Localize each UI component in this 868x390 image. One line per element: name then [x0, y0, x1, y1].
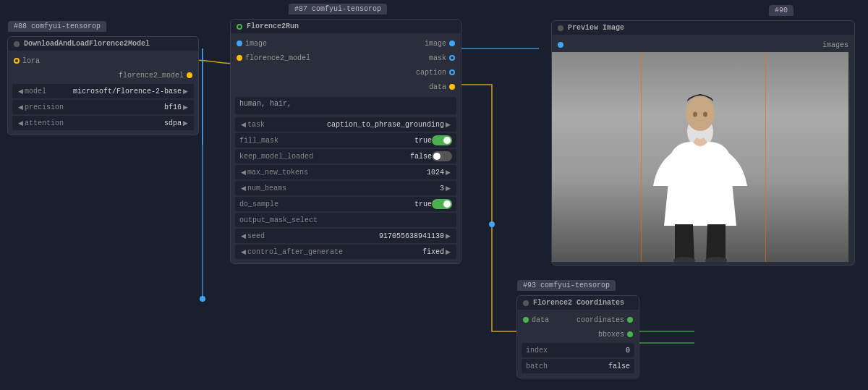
task-label: task [247, 121, 327, 129]
attention-widget[interactable]: ◀ attention sdpa ▶ [12, 116, 194, 130]
fill-mask-value: true [414, 137, 432, 145]
max-tokens-label: max_new_tokens [247, 169, 427, 177]
svg-point-1 [489, 221, 495, 227]
control-label: control_after_generate [247, 248, 422, 256]
node87-id: #87 comfyui-tensorop [294, 5, 381, 13]
lora-connector [14, 58, 20, 64]
node90-body: images [552, 35, 854, 265]
attention-left-arrow[interactable]: ◀ [17, 119, 25, 127]
max-new-tokens-widget[interactable]: ◀ max_new_tokens 1024 ▶ [235, 165, 456, 179]
precision-label: precision [25, 103, 164, 111]
node93-title: Florence2 Coordinates [533, 299, 624, 307]
node87-dot [237, 24, 242, 30]
node87-header: Florence2Run [231, 20, 461, 33]
precision-right-arrow[interactable]: ▶ [182, 103, 190, 111]
precision-left-arrow[interactable]: ◀ [17, 103, 25, 111]
seed-widget[interactable]: ◀ seed 917055638941130 ▶ [235, 229, 456, 243]
task-right-arrow[interactable]: ▶ [444, 121, 452, 128]
florence2model-out-label: florence2_model [119, 72, 184, 80]
model-label: model [25, 88, 73, 96]
image-out-label: image [425, 40, 446, 48]
preview-image [552, 52, 848, 262]
caption-out-label: caption [416, 69, 446, 77]
node90-id: #90 [775, 7, 788, 14]
data-out-label: data [429, 83, 446, 91]
node88-title: DownloadAndLoadFlorence2Model [24, 40, 150, 48]
node87-title: Florence2Run [247, 22, 299, 30]
data-in-connector [523, 317, 529, 323]
task-value: caption_to_phrase_grounding [327, 121, 444, 129]
keep-model-widget[interactable]: keep_model_loaded false [235, 149, 456, 164]
do-sample-toggle[interactable] [432, 199, 452, 209]
keep-model-toggle[interactable] [432, 151, 452, 161]
do-sample-value: true [414, 200, 432, 208]
seed-right-arrow[interactable]: ▶ [444, 232, 452, 239]
mask-label: mask [429, 54, 446, 62]
attention-label: attention [25, 119, 164, 127]
node88-body: lora florence2_model ◀ model microsoft/F… [8, 51, 198, 135]
lora-label: lora [22, 57, 40, 65]
seed-left-arrow[interactable]: ◀ [239, 232, 247, 239]
control-left-arrow[interactable]: ◀ [239, 248, 247, 255]
control-right-arrow[interactable]: ▶ [444, 248, 452, 255]
model-value: microsoft/Florence-2-base [73, 88, 182, 96]
node88-id: #88 comfyui-tensorop [14, 22, 101, 30]
download-node: #88 comfyui-tensorop DownloadAndLoadFlor… [7, 36, 199, 135]
node90-header: Preview Image [552, 21, 854, 35]
seed-label: seed [247, 232, 379, 240]
fill-mask-label: fill_mask [239, 137, 414, 145]
keep-model-label: keep_model_loaded [239, 153, 410, 161]
node93-dot [523, 300, 529, 306]
node93-body: data coordinates bboxes index 0 batch fa… [517, 310, 639, 378]
fill-mask-toggle[interactable] [432, 135, 452, 145]
max-tokens-left-arrow[interactable]: ◀ [239, 169, 247, 176]
image-in-connector [237, 41, 242, 46]
caption-row: caption [231, 65, 461, 80]
num-beams-right-arrow[interactable]: ▶ [444, 185, 452, 192]
control-after-generate-widget[interactable]: ◀ control_after_generate fixed ▶ [235, 245, 456, 259]
max-tokens-right-arrow[interactable]: ▶ [444, 169, 452, 176]
florence2model-out-connector [187, 72, 192, 78]
task-left-arrow[interactable]: ◀ [239, 121, 247, 128]
control-value: fixed [422, 248, 444, 256]
batch-widget[interactable]: batch false [522, 359, 634, 373]
num-beams-left-arrow[interactable]: ◀ [239, 185, 247, 192]
node88-header: DownloadAndLoadFlorence2Model [8, 37, 198, 51]
node87-title-bar: #87 comfyui-tensorop [289, 4, 387, 14]
model-left-arrow[interactable]: ◀ [17, 88, 25, 95]
precision-widget[interactable]: ◀ precision bf16 ▶ [12, 100, 194, 114]
coordinates-node: #93 comfyui-tensorop Florence2 Coordinat… [516, 295, 639, 378]
fill-mask-widget[interactable]: fill_mask true [235, 133, 456, 148]
batch-label: batch [526, 363, 608, 370]
model-widget[interactable]: ◀ model microsoft/Florence-2-base ▶ [12, 84, 194, 98]
preview-node: #90 Preview Image images [551, 20, 855, 266]
data-in-row: data coordinates [517, 313, 639, 327]
image-in-row: image image [231, 36, 461, 51]
data-out-connector [449, 84, 455, 90]
images-in-row: images [552, 38, 854, 52]
num-beams-widget[interactable]: ◀ num_beams 3 ▶ [235, 181, 456, 195]
node90-dot [558, 25, 563, 31]
output-mask-select-widget[interactable]: output_mask_select [235, 213, 456, 227]
index-widget[interactable]: index 0 [522, 343, 634, 357]
node88-title-bar: #88 comfyui-tensorop [8, 21, 106, 32]
node87-body: image image florence2_model mask caption… [231, 33, 461, 263]
num-beams-label: num_beams [247, 185, 440, 192]
coordinates-connector [627, 317, 633, 323]
max-tokens-value: 1024 [427, 169, 444, 177]
model-right-arrow[interactable]: ▶ [182, 88, 190, 95]
attention-right-arrow[interactable]: ▶ [182, 119, 190, 127]
batch-value: false [608, 363, 630, 370]
bboxes-row: bboxes [517, 327, 639, 342]
node93-id: #93 comfyui-tensorop [523, 281, 610, 289]
florence2model-in-label: florence2_model [245, 54, 310, 62]
node90-title: Preview Image [568, 24, 624, 32]
image-out-connector [449, 41, 455, 46]
do-sample-widget[interactable]: do_sample true [235, 197, 456, 211]
image-overlay [552, 52, 848, 262]
lora-row: lora [8, 54, 198, 68]
svg-point-0 [200, 296, 205, 302]
task-widget[interactable]: ◀ task caption_to_phrase_grounding ▶ [235, 117, 456, 132]
images-in-label: images [822, 41, 848, 49]
index-value: 0 [626, 347, 630, 355]
